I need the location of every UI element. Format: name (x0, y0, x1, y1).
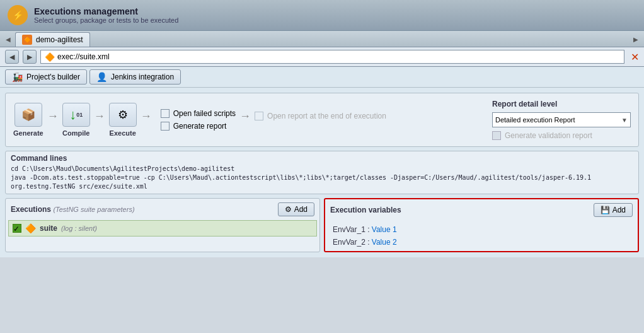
cmd-line-1: cd C:\Users\Maud\Documents\AgilitestProj… (11, 165, 633, 173)
pipeline-section: 📦 Generate → ↓01 Compile → ⚙ Execute → O… (5, 93, 639, 147)
jenkins-btn[interactable]: 👤 Jenkins integration (89, 69, 181, 85)
check-row-3: Open report at the end of execution (255, 112, 386, 128)
suite-row: ✓ 🔶 suite (log : silent) (8, 220, 317, 237)
jenkins-icon: 👤 (96, 72, 107, 82)
close-btn[interactable]: ✕ (631, 51, 639, 63)
var-name-2: EnvVar_2 : (333, 238, 372, 247)
add-icon: ⚙ (285, 205, 292, 214)
app-header: ⚡ Executions management Select groups, p… (0, 0, 644, 31)
arrow-1: → (47, 110, 59, 131)
arrow-4: → (239, 110, 251, 131)
cmd-line-2: java -Dcom.ats.test.stoppable=true -cp C… (11, 173, 633, 191)
generate-icon: 📦 (14, 103, 42, 127)
tab-prev-btn[interactable]: ◀ (3, 33, 14, 47)
projects-builder-label: Project's builder (26, 73, 80, 81)
exec-title: Executions (11, 205, 51, 214)
toolbar: 🚂 Project's builder 👤 Jenkins integratio… (0, 67, 644, 88)
address-icon: 🔶 (45, 52, 55, 62)
open-report-label: Open report at the end of execution (267, 112, 386, 120)
pipeline-step-compile: ↓01 Compile (62, 103, 90, 137)
address-input-container: 🔶 exec://suite.xml (40, 50, 624, 64)
main-content: 📦 Generate → ↓01 Compile → ⚙ Execute → O… (0, 88, 644, 257)
tab-bar: ◀ 🔶 demo-agilitest ▶ (0, 31, 644, 47)
tab-next-btn[interactable]: ▶ (630, 33, 641, 47)
suite-checkbox[interactable]: ✓ (13, 224, 21, 233)
address-bar: ◀ ▶ 🔶 exec://suite.xml ✕ (0, 47, 644, 67)
pipeline-step-execute: ⚙ Execute (109, 103, 137, 137)
tab-label: demo-agilitest (36, 35, 83, 44)
tab-demo-agilitest[interactable]: 🔶 demo-agilitest (15, 32, 90, 47)
var-value-1: Value 1 (372, 225, 397, 234)
executions-add-btn[interactable]: ⚙ Add (278, 202, 314, 216)
validation-report-label: Generate validation report (505, 131, 592, 140)
arrow-2: → (94, 110, 105, 131)
var-panel-header: Execution variables 💾 Add (328, 202, 635, 218)
execute-label: Execute (110, 129, 136, 137)
validation-report-checkbox (492, 131, 501, 140)
var-title: Execution variables (330, 206, 401, 214)
dropdown-arrow: ▼ (621, 117, 628, 124)
pipeline-steps: 📦 Generate → ↓01 Compile → ⚙ Execute → O… (13, 103, 473, 137)
pipeline-checks: Open failed scripts Generate report (161, 109, 236, 131)
report-panel: Report detail level Detailed execution R… (492, 100, 631, 140)
compile-icon: ↓01 (62, 103, 90, 127)
projects-builder-icon: 🚂 (12, 72, 23, 82)
generate-report-checkbox[interactable] (161, 122, 170, 131)
var-value-2: Value 2 (372, 238, 397, 247)
command-lines-section: Command lines cd C:\Users\Maud\Documents… (5, 151, 639, 194)
executions-panel: Executions (TestNG suite parameters) ⚙ A… (5, 198, 320, 252)
jenkins-label: Jenkins integration (111, 73, 174, 81)
app-icon: ⚡ (8, 5, 28, 25)
variables-add-btn[interactable]: 💾 Add (594, 203, 633, 217)
exec-subtitle: (TestNG suite parameters) (53, 206, 134, 213)
header-text: Executions management Select groups, pac… (34, 6, 178, 24)
report-level-label: Report detail level (492, 100, 631, 108)
address-url: exec://suite.xml (57, 52, 110, 61)
check-row-1: Open failed scripts (161, 109, 236, 118)
var-name-1: EnvVar_1 : (333, 225, 372, 234)
cmd-title: Command lines (11, 154, 633, 163)
open-failed-label: Open failed scripts (173, 109, 236, 118)
projects-builder-btn[interactable]: 🚂 Project's builder (5, 69, 87, 85)
app-title: Executions management (34, 6, 178, 16)
generate-report-label: Generate report (173, 122, 227, 131)
var-row-1: EnvVar_1 : Value 1 (328, 223, 635, 236)
suite-meta: (log : silent) (61, 225, 97, 232)
var-add-icon: 💾 (601, 206, 610, 214)
suite-icon: 🔶 (25, 223, 36, 233)
bottom-panels: Executions (TestNG suite parameters) ⚙ A… (5, 198, 639, 252)
exec-panel-header: Executions (TestNG suite parameters) ⚙ A… (8, 201, 317, 218)
arrow-3: → (141, 110, 152, 131)
pipeline-step-generate: 📦 Generate (13, 103, 43, 137)
tab-icon: 🔶 (22, 35, 32, 45)
report-select[interactable]: Detailed execution Report ▼ (492, 112, 631, 127)
back-btn[interactable]: ◀ (5, 50, 19, 64)
app-subtitle: Select groups, package or tests to be ex… (34, 16, 178, 24)
tab-right: ▶ (630, 33, 641, 47)
report-select-value: Detailed execution Report (495, 116, 575, 124)
variables-add-label: Add (612, 206, 626, 214)
check-row-2: Generate report (161, 122, 236, 131)
var-row-2: EnvVar_2 : Value 2 (328, 236, 635, 248)
forward-btn[interactable]: ▶ (23, 50, 37, 64)
execution-variables-panel: Execution variables 💾 Add EnvVar_1 : Val… (324, 198, 639, 252)
open-report-checkbox[interactable] (255, 112, 263, 120)
suite-name: suite (40, 224, 57, 233)
open-failed-checkbox[interactable] (161, 109, 170, 118)
execute-icon: ⚙ (109, 103, 137, 127)
generate-label: Generate (13, 129, 43, 137)
executions-add-label: Add (294, 205, 308, 214)
compile-label: Compile (62, 129, 89, 137)
report-check-row: Generate validation report (492, 131, 631, 140)
